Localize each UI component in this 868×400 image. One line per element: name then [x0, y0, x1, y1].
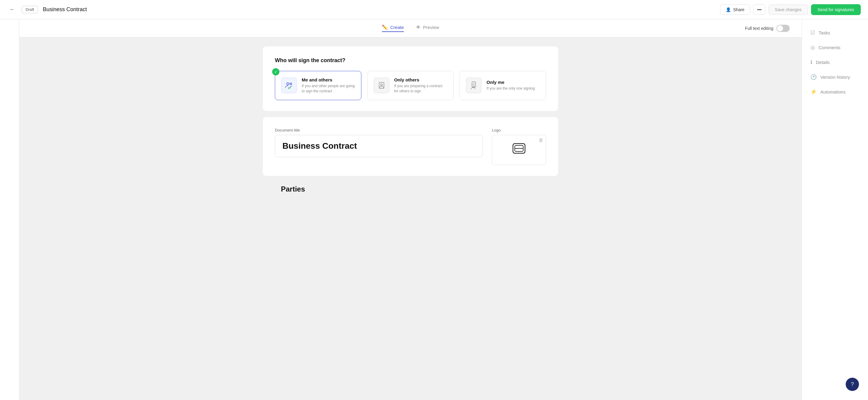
- parties-section: Parties: [263, 182, 558, 199]
- share-button[interactable]: 👤 Share: [720, 4, 750, 15]
- share-icon: 👤: [726, 7, 731, 12]
- details-icon: ℹ: [810, 59, 812, 65]
- save-changes-button[interactable]: Save changes: [769, 4, 808, 15]
- document-title-input[interactable]: [275, 135, 483, 157]
- only-me-text: Only me If you are the only one signing: [487, 80, 535, 91]
- svg-point-1: [290, 83, 292, 85]
- more-button[interactable]: •••: [753, 4, 766, 15]
- sidebar-item-details[interactable]: ℹ Details: [802, 55, 868, 70]
- tab-create[interactable]: ✏️ Create: [382, 24, 404, 32]
- topbar-left: ← Draft Business Contract: [7, 5, 720, 15]
- tab-preview[interactable]: 👁 Preview: [416, 25, 439, 32]
- automations-icon: ⚡: [810, 89, 817, 95]
- only-others-text: Only others If you are preparing a contr…: [394, 77, 447, 94]
- comments-icon: ◎: [810, 44, 815, 51]
- only-me-icon: [466, 78, 482, 93]
- main-content: ✏️ Create 👁 Preview Full text editing Wh…: [19, 19, 802, 400]
- tab-bar: ✏️ Create 👁 Preview Full text editing: [19, 19, 802, 37]
- document-title-section: Document title Logo 🗑: [263, 117, 558, 176]
- pencil-icon: ✏️: [382, 24, 388, 30]
- signer-section-title: Who will sign the contract?: [275, 57, 546, 64]
- sidebar-item-automations[interactable]: ⚡ Automations: [802, 84, 868, 99]
- document-title-label: Document title: [275, 128, 483, 133]
- sidebar-item-version-history[interactable]: 🕐 Version history: [802, 70, 868, 84]
- doc-title-left: Document title: [275, 128, 483, 157]
- only-others-icon: [374, 78, 390, 93]
- sidebar-item-comments[interactable]: ◎ Comments: [802, 40, 868, 55]
- doc-title-layout: Document title Logo 🗑: [275, 128, 546, 165]
- signer-option-only-others[interactable]: Only others If you are preparing a contr…: [367, 71, 454, 100]
- right-sidebar: ☑ Tasks ◎ Comments ℹ Details 🕐 Version h…: [802, 19, 868, 400]
- tasks-icon: ☑: [810, 30, 815, 36]
- logo-box: 🗑: [492, 135, 546, 165]
- version-history-icon: 🕐: [810, 74, 817, 80]
- signer-option-only-me[interactable]: Only me If you are the only one signing: [460, 71, 546, 100]
- svg-rect-6: [472, 82, 475, 87]
- logo-delete-icon[interactable]: 🗑: [538, 138, 544, 143]
- help-button[interactable]: ?: [846, 378, 859, 391]
- sidebar-item-tasks[interactable]: ☑ Tasks: [802, 25, 868, 40]
- full-text-toggle-area: Full text editing: [745, 25, 789, 32]
- left-sidebar: [0, 19, 19, 400]
- signer-options: ✓ Me and others: [275, 71, 546, 100]
- me-and-others-icon: [281, 78, 297, 93]
- signer-option-me-and-others[interactable]: ✓ Me and others: [275, 71, 361, 100]
- logo-label: Logo: [492, 128, 546, 133]
- full-text-toggle[interactable]: [776, 25, 789, 32]
- document-title: Business Contract: [43, 6, 87, 13]
- page-layout: ✏️ Create 👁 Preview Full text editing Wh…: [0, 19, 868, 400]
- logo-icon: [512, 141, 526, 159]
- content-area: Who will sign the contract? ✓: [245, 37, 576, 208]
- parties-title: Parties: [263, 185, 558, 193]
- send-for-signatures-button[interactable]: Send for signatures: [811, 4, 861, 15]
- more-icon: •••: [757, 7, 762, 12]
- selected-check-icon: ✓: [272, 68, 279, 76]
- eye-icon: 👁: [416, 25, 421, 30]
- draft-badge: Draft: [22, 6, 38, 13]
- topbar: ← Draft Business Contract 👤 Share ••• Sa…: [0, 0, 868, 19]
- me-and-others-text: Me and others If you and other people ar…: [302, 77, 355, 94]
- topbar-right: 👤 Share ••• Save changes Send for signat…: [720, 4, 861, 15]
- signer-section: Who will sign the contract? ✓: [263, 47, 558, 111]
- logo-area: Logo 🗑: [492, 128, 546, 165]
- svg-point-0: [287, 83, 289, 85]
- back-button[interactable]: ←: [7, 5, 17, 15]
